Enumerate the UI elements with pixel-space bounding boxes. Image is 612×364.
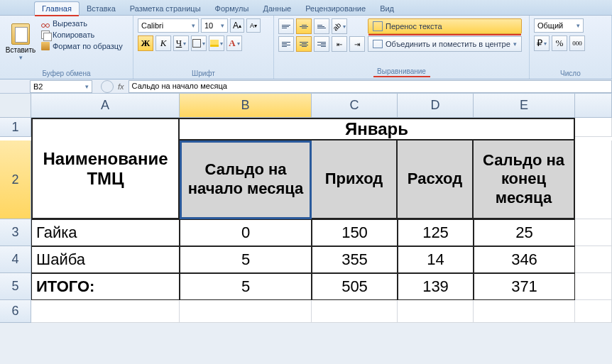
increase-indent-button[interactable]: ⇥ — [349, 36, 365, 52]
tab-insert[interactable]: Вставка — [80, 2, 123, 15]
chevron-down-icon: ▾ — [19, 54, 23, 61]
copy-button[interactable]: Копировать — [40, 30, 124, 40]
cell-d5[interactable]: 139 — [398, 273, 474, 300]
currency-icon: ₽ — [537, 38, 542, 49]
group-clipboard-label: Буфер обмена — [4, 68, 129, 77]
cell-f5[interactable] — [575, 273, 612, 300]
cut-label: Вырезать — [53, 19, 87, 28]
underline-button[interactable]: Ч▾ — [173, 35, 189, 51]
increase-font-button[interactable]: A▴ — [230, 18, 244, 33]
tab-home[interactable]: Главная — [34, 1, 80, 15]
row-header-4[interactable]: 4 — [0, 246, 31, 273]
cell-c3[interactable]: 150 — [312, 219, 398, 246]
align-center-button[interactable] — [296, 36, 312, 52]
cell-d3[interactable]: 125 — [398, 219, 474, 246]
cell-f1[interactable] — [575, 118, 612, 137]
cell-f4[interactable] — [575, 246, 612, 273]
formula-input[interactable]: Сальдо на начало месяца — [129, 80, 612, 93]
cell-e4[interactable]: 346 — [474, 246, 575, 273]
number-format-value: Общий — [537, 21, 563, 30]
cell-a4[interactable]: Шайба — [31, 246, 180, 273]
cell-e6[interactable] — [474, 300, 575, 323]
name-box[interactable]: B2▾ — [30, 80, 92, 93]
number-format-select[interactable]: Общий▾ — [534, 18, 584, 33]
cell-f3[interactable] — [575, 219, 612, 246]
font-name-select[interactable]: Calibri▾ — [138, 18, 199, 33]
col-header-f[interactable] — [575, 94, 612, 118]
cell-b4[interactable]: 5 — [180, 246, 312, 273]
cell-c5[interactable]: 505 — [312, 273, 398, 300]
cell-c2[interactable]: Приход — [312, 140, 398, 219]
fill-color-button[interactable]: ▾ — [209, 35, 224, 51]
cell-f6[interactable] — [575, 300, 612, 323]
cell-f2[interactable] — [575, 140, 612, 219]
italic-button[interactable]: К — [155, 35, 171, 51]
cell-b2[interactable]: Сальдо на начало месяца — [180, 140, 312, 219]
currency-button[interactable]: ₽▾ — [534, 35, 550, 51]
chevron-down-icon: ▾ — [221, 22, 224, 29]
border-button[interactable]: ▾ — [191, 35, 207, 51]
row-header-3[interactable]: 3 — [0, 219, 31, 246]
row-header-2[interactable]: 2 — [0, 140, 31, 219]
scissors-icon — [41, 19, 50, 28]
cell-c4[interactable]: 355 — [312, 246, 398, 273]
orientation-button[interactable]: ab▾ — [332, 18, 347, 34]
fx-icon[interactable]: fx — [118, 82, 124, 91]
select-all-corner[interactable] — [0, 94, 31, 118]
cell-d4[interactable]: 14 — [398, 246, 474, 273]
font-size-select[interactable]: 10▾ — [201, 18, 228, 33]
col-header-a[interactable]: A — [31, 94, 180, 118]
decrease-indent-button[interactable]: ⇤ — [332, 36, 347, 52]
increase-indent-icon: ⇥ — [354, 40, 360, 48]
merge-center-button[interactable]: Объединить и поместить в центре ▾ — [368, 36, 522, 52]
cell-a3[interactable]: Гайка — [31, 219, 180, 246]
cell-b6[interactable] — [180, 300, 312, 323]
group-font-label: Шрифт — [138, 68, 269, 77]
cell-b1[interactable]: Январь — [180, 118, 575, 140]
fx-expand-icon[interactable] — [101, 80, 114, 93]
col-header-b[interactable]: B — [180, 94, 312, 118]
font-color-button[interactable]: A▾ — [226, 35, 242, 51]
align-middle-button[interactable] — [296, 18, 312, 34]
cell-e5[interactable]: 371 — [474, 273, 575, 300]
align-top-button[interactable] — [278, 18, 294, 34]
bold-button[interactable]: Ж — [138, 35, 153, 51]
row-header-5[interactable]: 5 — [0, 273, 31, 300]
format-painter-label: Формат по образцу — [53, 42, 123, 50]
cell-c6[interactable] — [312, 300, 398, 323]
row-header-1[interactable]: 1 — [0, 118, 31, 137]
format-painter-button[interactable]: Формат по образцу — [40, 41, 124, 51]
col-header-c[interactable]: C — [312, 94, 398, 118]
cut-button[interactable]: Вырезать — [40, 18, 124, 28]
tab-formulas[interactable]: Формулы — [208, 2, 256, 15]
paste-button[interactable]: Вставить ▾ — [4, 18, 37, 65]
percent-button[interactable]: % — [552, 35, 567, 51]
comma-button[interactable]: 000 — [569, 35, 585, 51]
cell-b5[interactable]: 5 — [180, 273, 312, 300]
decrease-font-button[interactable]: A▾ — [246, 18, 261, 33]
tab-data[interactable]: Данные — [256, 2, 298, 15]
cell-a6[interactable] — [31, 300, 180, 323]
tab-review[interactable]: Рецензирование — [298, 2, 373, 15]
col-header-e[interactable]: E — [474, 94, 575, 118]
chevron-down-icon: ▾ — [513, 40, 517, 48]
cell-b3[interactable]: 0 — [180, 219, 312, 246]
tab-page-layout[interactable]: Разметка страницы — [123, 2, 208, 15]
cell-e2[interactable]: Сальдо на конец месяца — [474, 140, 575, 219]
cell-a5[interactable]: ИТОГО: — [31, 273, 180, 300]
cell-d2[interactable]: Расход — [398, 140, 474, 219]
wrap-text-button[interactable]: Перенос текста — [368, 18, 522, 34]
align-bottom-button[interactable] — [314, 18, 329, 34]
align-right-button[interactable] — [314, 36, 329, 52]
cell-a1[interactable]: Наименование ТМЦ — [31, 118, 180, 219]
tab-view[interactable]: Вид — [373, 2, 401, 15]
cell-e3[interactable]: 25 — [474, 219, 575, 246]
group-clipboard: Вставить ▾ Вырезать Копировать Формат по… — [0, 16, 133, 79]
col-header-d[interactable]: D — [398, 94, 474, 118]
name-box-value: B2 — [33, 82, 43, 91]
row-header-6[interactable]: 6 — [0, 300, 31, 323]
cell-d6[interactable] — [398, 300, 474, 323]
chevron-down-icon: ▾ — [192, 22, 195, 29]
ribbon-tabs: Главная Вставка Разметка страницы Формул… — [0, 0, 612, 16]
align-left-button[interactable] — [278, 36, 294, 52]
